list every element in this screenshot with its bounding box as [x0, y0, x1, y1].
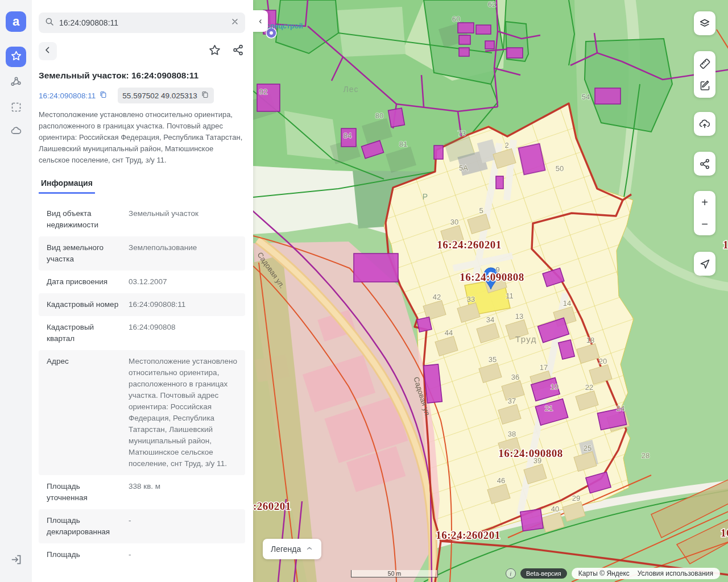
- parcel-number-label: 24: [617, 404, 624, 413]
- row-value: 16:24:090808:11: [121, 299, 239, 310]
- share-map-button[interactable]: [694, 152, 715, 176]
- table-row: Площадь декларированная-: [39, 509, 245, 543]
- locate-button[interactable]: [694, 252, 715, 276]
- row-label: Кадастровый квартал: [47, 322, 121, 344]
- parcel-number-label: 18: [586, 336, 594, 344]
- coordinates-text: 55.597502 49.025313: [122, 92, 197, 100]
- parcel-number-label: 46: [497, 476, 505, 485]
- parcel-number-label: 44: [445, 329, 453, 337]
- map-canvas[interactable]: Садовая ул.Садовая ул. 92808481736062542…: [253, 0, 728, 582]
- search-bar[interactable]: [39, 13, 245, 33]
- beta-badge: Beta-версия: [520, 568, 567, 579]
- sidebar-item-sign-in[interactable]: [6, 550, 26, 571]
- chips-row: 16:24:090808:11 55.597502 49.025313: [39, 88, 245, 103]
- favorite-button[interactable]: [208, 44, 221, 58]
- table-row: Вид земельного участкаЗемлепользование: [39, 236, 245, 271]
- zoom-control: + −: [694, 191, 715, 235]
- parcel-number-label: 30: [450, 218, 458, 226]
- upload-button[interactable]: [694, 112, 715, 136]
- row-value: Земельный участок: [121, 208, 239, 231]
- draw-button[interactable]: [694, 74, 715, 96]
- ruler-icon: [699, 58, 711, 70]
- row-label: Адрес: [47, 356, 121, 469]
- row-label: Площадь: [47, 549, 121, 560]
- page-title: Земельный участок: 16:24:090808:11: [39, 70, 245, 81]
- info-table: Вид объекта недвижимостиЗемельный участо…: [39, 202, 245, 566]
- table-row: Кадастровый номер16:24:090808:11: [39, 293, 245, 316]
- parcel-number-label: 25: [584, 444, 592, 452]
- back-button[interactable]: [39, 42, 57, 60]
- map-scale-bar: 50 m: [351, 570, 438, 577]
- table-row: Кадастровый квартал16:24:090808: [39, 316, 245, 350]
- search-input[interactable]: [59, 18, 226, 27]
- chevron-left-icon: [43, 45, 53, 57]
- legend-button[interactable]: Легенда: [263, 539, 321, 559]
- cadastral-quarter-label: :260201: [253, 500, 291, 512]
- left-rail: a: [0, 0, 32, 582]
- row-value: 338 кв. м: [121, 481, 239, 504]
- row-label: Вид объекта недвижимости: [47, 208, 121, 231]
- cadastral-number-text: 16:24:090808:11: [39, 92, 96, 100]
- ruler-button[interactable]: [694, 53, 715, 74]
- cadastral-quarter-label: 16: [723, 239, 728, 251]
- parcel-number-label: 84: [344, 131, 351, 140]
- edit-icon: [699, 80, 711, 92]
- parcel-number-label: 33: [467, 295, 475, 304]
- terms-link[interactable]: Условия использования: [638, 569, 713, 577]
- star-icon: [208, 44, 221, 59]
- search-icon: [44, 16, 55, 29]
- row-value: 16:24:090808: [121, 322, 239, 344]
- parcel-number-label: 29: [572, 494, 580, 502]
- parcel-number-label: 20: [599, 357, 607, 365]
- coordinates-chip[interactable]: 55.597502 49.025313: [118, 88, 213, 103]
- cadastral-number-chip[interactable]: 16:24:090808:11: [39, 88, 112, 103]
- tabs-bar: Информация: [39, 175, 245, 194]
- sidebar-item-select-area[interactable]: [6, 98, 26, 118]
- caret-up-icon: [305, 544, 313, 554]
- parcel-number-label: 37: [508, 397, 516, 405]
- graph-icon: [10, 76, 22, 90]
- table-row: Дата присвоения03.12.2007: [39, 271, 245, 293]
- row-label: Площадь декларированная: [47, 515, 121, 538]
- parcel-number-label: 36: [511, 373, 519, 381]
- table-row: Площадь уточненная338 кв. м: [39, 475, 245, 509]
- zoom-in-button[interactable]: +: [694, 192, 715, 213]
- collapse-panel-button[interactable]: ‹: [253, 10, 268, 32]
- sidebar-item-cloud[interactable]: [6, 122, 26, 142]
- close-icon[interactable]: [230, 17, 239, 28]
- parcel-number-label: 11: [506, 292, 514, 300]
- copy-icon[interactable]: [99, 90, 107, 101]
- cadastral-quarter-label: 16:24:090808: [460, 271, 524, 283]
- parcel-number-label: 50: [556, 164, 564, 173]
- copy-icon[interactable]: [201, 90, 209, 101]
- layers-button[interactable]: [694, 11, 715, 35]
- cadastral-quarter-label: 16: [721, 527, 728, 539]
- zoom-out-button[interactable]: −: [694, 213, 715, 235]
- sidebar-item-objects[interactable]: [6, 73, 26, 93]
- panel-header: [39, 42, 245, 60]
- share-icon: [694, 153, 715, 174]
- cadastral-quarter-label: 16:24:090808: [498, 447, 563, 459]
- parcel-number-label: 21: [545, 404, 553, 413]
- parcel-number-label: 34: [486, 315, 494, 324]
- info-panel: Земельный участок: 16:24:090808:11 16:24…: [32, 0, 253, 582]
- parcel-number-label: Р: [423, 192, 428, 201]
- parcel-number-label: 42: [433, 293, 441, 301]
- row-value: Местоположение установлено относительно …: [121, 356, 239, 469]
- info-icon[interactable]: i: [506, 568, 516, 579]
- app-window: a: [0, 0, 728, 582]
- parcel-number-label: 60: [452, 15, 460, 23]
- row-value: Землепользование: [121, 242, 239, 265]
- tab-information[interactable]: Информация: [39, 175, 95, 194]
- parcel-number-label: 19: [551, 383, 559, 391]
- object-description: Местоположение установлено относительно …: [39, 109, 245, 166]
- legend-label: Легенда: [271, 544, 301, 554]
- share-button[interactable]: [231, 44, 245, 58]
- table-row: АдресМестоположение установлено относите…: [39, 350, 245, 475]
- map-area: Садовая ул.Садовая ул. 92808481736062542…: [253, 0, 728, 582]
- table-row: Вид объекта недвижимостиЗемельный участо…: [39, 202, 245, 236]
- sidebar-item-favorites[interactable]: [6, 47, 26, 67]
- parcel-number-label: 62: [488, 0, 496, 9]
- app-logo[interactable]: a: [6, 11, 26, 32]
- parcel-number-label: 14: [563, 299, 571, 307]
